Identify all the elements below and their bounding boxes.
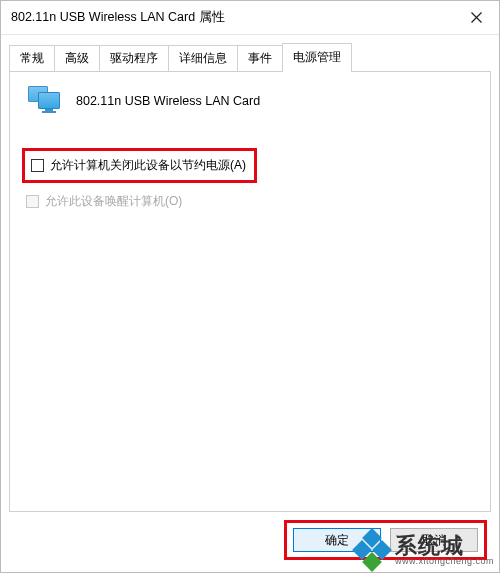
tab-general[interactable]: 常规 [9,45,55,72]
properties-dialog: 802.11n USB Wireless LAN Card 属性 常规 高级 驱… [0,0,500,573]
device-name-label: 802.11n USB Wireless LAN Card [76,94,260,108]
checkbox-power-save[interactable]: 允许计算机关闭此设备以节约电源(A) [31,157,246,174]
tab-advanced[interactable]: 高级 [54,45,100,72]
cancel-button[interactable]: 取消 [390,528,478,552]
highlight-ok-button: 确定 取消 [284,520,487,560]
close-icon [471,12,482,23]
dialog-footer: 确定 取消 [1,520,499,572]
checkbox-wake: 允许此设备唤醒计算机(O) [26,193,182,210]
tab-power-management[interactable]: 电源管理 [282,43,352,72]
tab-details[interactable]: 详细信息 [168,45,238,72]
tab-events[interactable]: 事件 [237,45,283,72]
tabs-bar: 常规 高级 驱动程序 详细信息 事件 电源管理 [1,35,499,72]
title-bar: 802.11n USB Wireless LAN Card 属性 [1,1,499,35]
device-header: 802.11n USB Wireless LAN Card [22,86,478,116]
checkbox-wake-label: 允许此设备唤醒计算机(O) [45,193,182,210]
checkbox-icon [26,195,39,208]
window-title: 802.11n USB Wireless LAN Card 属性 [11,9,453,26]
power-management-pane: 802.11n USB Wireless LAN Card 允许计算机关闭此设备… [9,72,491,512]
checkbox-power-save-label: 允许计算机关闭此设备以节约电源(A) [50,157,246,174]
tab-driver[interactable]: 驱动程序 [99,45,169,72]
ok-button[interactable]: 确定 [293,528,381,552]
window-close-button[interactable] [453,1,499,34]
checkbox-icon [31,159,44,172]
highlight-power-save: 允许计算机关闭此设备以节约电源(A) [22,148,257,183]
network-adapter-icon [28,86,64,116]
